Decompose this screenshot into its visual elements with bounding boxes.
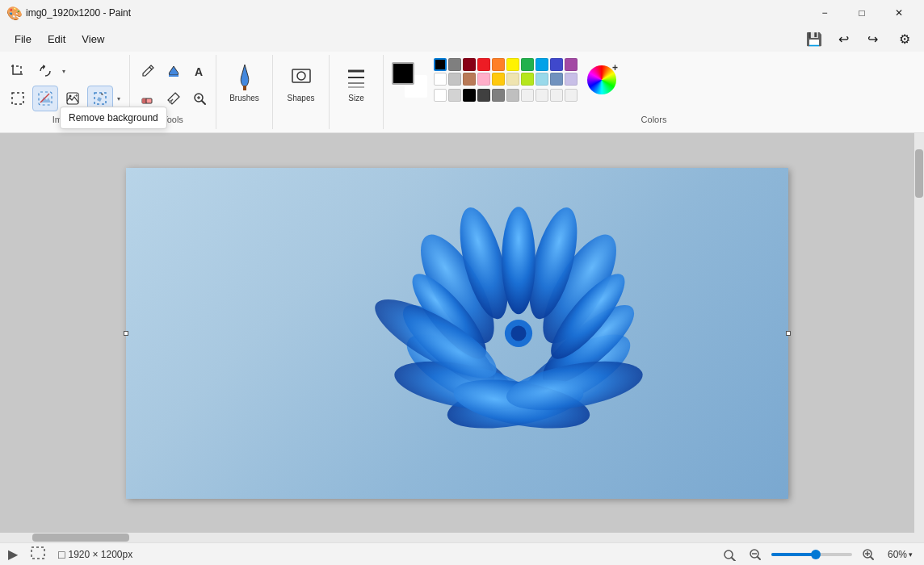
color-dark-red[interactable] <box>463 58 476 71</box>
color-swatch-3-10[interactable] <box>565 89 578 102</box>
svg-rect-12 <box>142 98 146 103</box>
cursor-tool-indicator: ▶ <box>8 546 18 562</box>
magnifier-button[interactable] <box>187 86 212 111</box>
status-bar: ▶ □ 1920 × 1200px <box>0 542 924 565</box>
shapes-label: Shapes <box>288 94 315 103</box>
zoom-fit-button[interactable] <box>720 545 739 564</box>
color-steel[interactable] <box>550 73 563 86</box>
redo-button[interactable]: ↪ <box>859 27 885 50</box>
color-swatch-3-8[interactable] <box>536 89 548 102</box>
color-cyan[interactable] <box>536 58 548 71</box>
menu-file[interactable]: File <box>6 30 40 48</box>
color-orange[interactable] <box>492 58 505 71</box>
fill-button[interactable] <box>161 58 187 84</box>
svg-marker-0 <box>43 65 45 69</box>
color-swatch-3-7[interactable] <box>521 89 534 102</box>
size-button[interactable]: Size <box>336 58 376 107</box>
title-bar-controls: − □ ✕ <box>806 0 918 26</box>
ribbon-brushes-section: Brushes Brushes <box>216 55 273 129</box>
crop-button[interactable] <box>5 58 31 84</box>
title-bar: 🎨 img0_1920x1200 - Paint − □ ✕ <box>0 0 924 26</box>
minimize-button[interactable]: − <box>806 0 843 26</box>
menu-view[interactable]: View <box>74 30 112 48</box>
color-gold[interactable] <box>492 73 505 86</box>
dimensions-icon: □ <box>58 548 65 561</box>
save-button[interactable]: 💾 <box>801 27 827 50</box>
select-rect-button[interactable] <box>5 86 31 111</box>
color-brown[interactable] <box>463 73 476 86</box>
zoom-slider-fill <box>771 553 816 556</box>
resize-handle-left[interactable] <box>124 331 128 336</box>
canvas-image[interactable] <box>126 168 788 499</box>
rotate-button[interactable] <box>32 58 58 84</box>
magic-select-dropdown[interactable]: ▾ <box>113 86 124 111</box>
color-swatch-3-1[interactable] <box>434 89 447 102</box>
brushes-button[interactable]: Brushes <box>225 58 265 107</box>
pencil-button[interactable] <box>135 58 161 84</box>
undo-button[interactable]: ↩ <box>830 27 856 50</box>
color-picker-button[interactable] <box>161 86 187 111</box>
color-swatch-3-4[interactable] <box>477 89 490 102</box>
ribbon-colors-section: Colors <box>384 55 924 129</box>
title-bar-left: 🎨 img0_1920x1200 - Paint <box>6 6 131 20</box>
color-gray[interactable] <box>448 58 461 71</box>
color-white[interactable] <box>434 73 447 86</box>
color-sky[interactable] <box>536 73 548 86</box>
color-wheel-button[interactable] <box>587 65 616 94</box>
settings-button[interactable]: ⚙ <box>892 27 918 50</box>
color-light-gray[interactable] <box>448 73 461 86</box>
zoom-slider[interactable] <box>771 553 852 556</box>
svg-line-8 <box>149 67 152 69</box>
ribbon-tools-section: A <box>130 55 216 129</box>
menu-bar-right: 💾 ↩ ↪ ⚙ <box>801 27 918 50</box>
color-lime[interactable] <box>521 73 534 86</box>
foreground-color-swatch[interactable] <box>392 62 414 85</box>
color-selector[interactable] <box>392 62 427 98</box>
svg-line-54 <box>871 557 873 559</box>
colors-section-label: Colors <box>392 115 916 126</box>
color-swatch-3-3[interactable] <box>463 89 476 102</box>
ribbon: ▾ <box>0 52 924 133</box>
svg-line-15 <box>171 99 173 101</box>
maximize-button[interactable]: □ <box>843 0 880 26</box>
ribbon-size-section: Size Size <box>330 55 384 129</box>
color-tan[interactable] <box>506 73 519 86</box>
color-swatch-3-2[interactable] <box>448 89 461 102</box>
text-button[interactable]: A <box>187 58 212 84</box>
selection-indicator <box>31 546 45 563</box>
canvas-content <box>365 180 672 487</box>
eraser-button[interactable] <box>135 86 161 111</box>
close-button[interactable]: ✕ <box>880 0 918 26</box>
scrollbar-corner <box>914 533 924 542</box>
menu-edit[interactable]: Edit <box>40 30 74 48</box>
scrollbar-thumb-horizontal[interactable] <box>32 534 129 542</box>
scrollbar-vertical[interactable] <box>914 133 924 533</box>
color-swatch-3-6[interactable] <box>506 89 519 102</box>
color-pink[interactable] <box>477 73 490 86</box>
color-green[interactable] <box>521 58 534 71</box>
resize-handle-right[interactable] <box>786 331 791 336</box>
color-yellow[interactable] <box>506 58 519 71</box>
zoom-in-button[interactable] <box>859 545 878 564</box>
color-swatch-3-9[interactable] <box>550 89 563 102</box>
shapes-button[interactable]: Shapes <box>281 58 321 107</box>
zoom-percentage[interactable]: 60% ▾ <box>884 547 916 562</box>
color-black[interactable] <box>434 58 447 71</box>
color-row-2 <box>434 73 578 86</box>
rotate-dropdown[interactable]: ▾ <box>58 58 69 84</box>
magic-select-button[interactable] <box>87 86 113 111</box>
insert-image-button[interactable]: + <box>60 86 86 111</box>
zoom-slider-thumb[interactable] <box>811 550 821 559</box>
svg-point-22 <box>297 72 305 80</box>
scrollbar-thumb-vertical[interactable] <box>915 149 923 198</box>
scrollbar-horizontal[interactable] <box>0 533 914 542</box>
color-blue[interactable] <box>550 58 563 71</box>
color-red[interactable] <box>477 58 490 71</box>
svg-line-50 <box>758 557 760 559</box>
zoom-out-button[interactable] <box>746 545 765 564</box>
color-purple[interactable] <box>565 58 578 71</box>
svg-point-35 <box>502 207 536 314</box>
color-swatch-3-5[interactable] <box>492 89 505 102</box>
remove-background-button[interactable] <box>32 86 58 111</box>
color-lavender[interactable] <box>565 73 578 86</box>
